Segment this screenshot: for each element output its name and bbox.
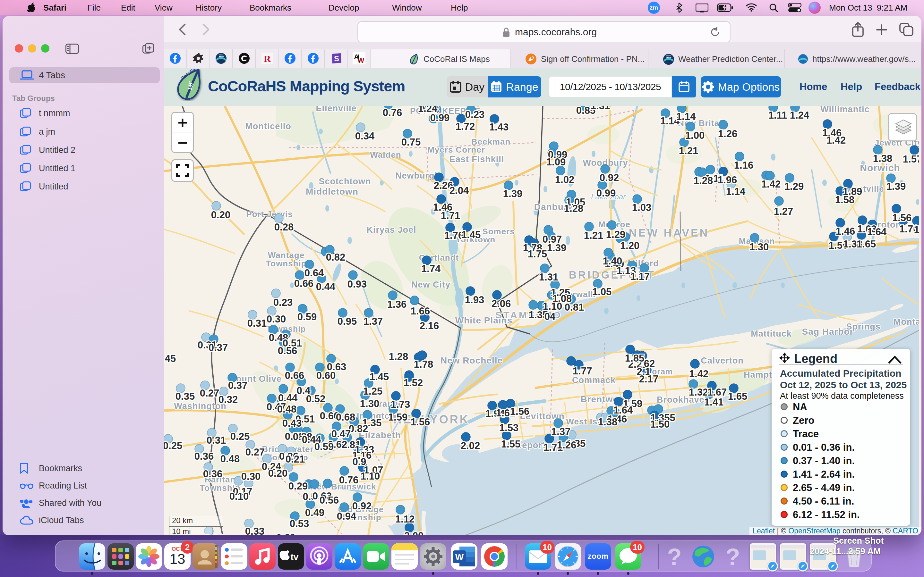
svg-text:1.46: 1.46 — [836, 226, 855, 237]
svg-text:1.93: 1.93 — [465, 294, 484, 306]
svg-text:1.85: 1.85 — [625, 353, 644, 364]
svg-text:1.43: 1.43 — [489, 121, 509, 133]
svg-text:1.11: 1.11 — [768, 110, 787, 121]
svg-text:1.59: 1.59 — [388, 412, 407, 423]
svg-text:1.64: 1.64 — [867, 226, 887, 237]
svg-text:1.56: 1.56 — [510, 406, 529, 417]
svg-text:1.26: 1.26 — [557, 440, 576, 451]
svg-text:1.21: 1.21 — [584, 230, 603, 241]
svg-text:0.92: 0.92 — [352, 500, 372, 512]
svg-text:0.27: 0.27 — [246, 446, 265, 458]
svg-text:1.67: 1.67 — [708, 387, 727, 398]
svg-text:Beekman: Beekman — [471, 137, 511, 147]
svg-text:1.53: 1.53 — [499, 422, 519, 434]
svg-text:0.47: 0.47 — [331, 428, 351, 440]
svg-text:Township: Township — [266, 259, 306, 268]
svg-text:0.66: 0.66 — [294, 278, 313, 289]
svg-text:0.23: 0.23 — [465, 109, 485, 120]
svg-text:1.52: 1.52 — [404, 377, 423, 388]
svg-text:1.30: 1.30 — [360, 398, 379, 409]
svg-text:0.10: 0.10 — [229, 491, 249, 502]
svg-text:1.37: 1.37 — [551, 426, 570, 437]
svg-text:0.59: 0.59 — [314, 441, 334, 452]
svg-text:0.64: 0.64 — [304, 268, 324, 279]
svg-text:Calverton: Calverton — [701, 356, 744, 366]
svg-text:1.50: 1.50 — [650, 419, 670, 430]
svg-text:1.66: 1.66 — [411, 306, 430, 317]
svg-text:0.76: 0.76 — [383, 107, 402, 118]
svg-text:Port Jervis: Port Jervis — [246, 210, 292, 219]
svg-text:2.06: 2.06 — [491, 298, 511, 309]
svg-text:1.73: 1.73 — [391, 399, 410, 410]
svg-text:1.14: 1.14 — [726, 186, 746, 197]
svg-text:1.57: 1.57 — [903, 153, 919, 165]
svg-text:1.40: 1.40 — [603, 255, 622, 267]
svg-text:0.49: 0.49 — [305, 507, 325, 518]
svg-text:0.32: 0.32 — [218, 394, 238, 405]
svg-text:New Rochelle: New Rochelle — [441, 356, 503, 366]
svg-text:New City: New City — [411, 280, 451, 290]
svg-text:S: S — [334, 54, 339, 63]
svg-text:2.16: 2.16 — [420, 320, 439, 332]
svg-text:0.36: 0.36 — [194, 451, 214, 462]
svg-text:1.28: 1.28 — [564, 203, 583, 214]
svg-text:1.39: 1.39 — [887, 181, 906, 192]
svg-text:1.05: 1.05 — [592, 286, 612, 298]
svg-text:Monticello: Monticello — [245, 121, 291, 131]
svg-text:0.21: 0.21 — [286, 454, 305, 465]
svg-text:Scotchtown: Scotchtown — [319, 177, 371, 186]
svg-text:1.45: 1.45 — [461, 229, 481, 240]
svg-text:NEW HAVEN: NEW HAVEN — [629, 227, 709, 239]
svg-text:0.82: 0.82 — [349, 423, 368, 434]
svg-text:Middletown: Middletown — [306, 187, 359, 197]
svg-text:1.14: 1.14 — [676, 111, 696, 122]
svg-text:tv: tv — [291, 552, 299, 562]
svg-text:0.63: 0.63 — [327, 361, 346, 372]
svg-text:0.94: 0.94 — [337, 511, 357, 522]
svg-text:0.27: 0.27 — [200, 388, 219, 399]
svg-text:W: W — [455, 552, 464, 562]
svg-text:0.56: 0.56 — [320, 495, 339, 506]
svg-text:1.42: 1.42 — [761, 179, 780, 190]
svg-text:1.71: 1.71 — [441, 210, 460, 221]
svg-text:0.45: 0.45 — [164, 353, 176, 364]
svg-text:1.31: 1.31 — [539, 271, 558, 283]
svg-text:1.29: 1.29 — [606, 229, 625, 240]
svg-text:04: 04 — [544, 311, 556, 322]
svg-text:1.24: 1.24 — [790, 110, 809, 121]
svg-text:1.16: 1.16 — [734, 160, 753, 171]
svg-text:1.77: 1.77 — [573, 366, 592, 377]
svg-text:Ellenville: Ellenville — [316, 106, 357, 113]
svg-text:0.43: 0.43 — [282, 418, 302, 429]
svg-text:0.20: 0.20 — [211, 210, 230, 221]
svg-text:0.92: 0.92 — [599, 172, 619, 183]
svg-text:0.82: 0.82 — [326, 251, 345, 263]
svg-text:1.32: 1.32 — [689, 387, 708, 398]
svg-text:0.20: 0.20 — [268, 468, 288, 479]
svg-text:Willimantic: Willimantic — [821, 106, 869, 114]
svg-text:1.20: 1.20 — [620, 240, 640, 251]
svg-text:0.25: 0.25 — [230, 431, 250, 442]
svg-text:1.25: 1.25 — [363, 386, 383, 397]
svg-text:0.93: 0.93 — [347, 279, 367, 290]
svg-text:NOAA: NOAA — [219, 53, 224, 55]
svg-text:1.29: 1.29 — [784, 181, 804, 192]
svg-text:1.28: 1.28 — [694, 175, 713, 186]
svg-text:1.24: 1.24 — [418, 106, 438, 114]
svg-text:1.76: 1.76 — [444, 230, 464, 241]
svg-text:0.95: 0.95 — [338, 316, 357, 327]
svg-text:0.9: 0.9 — [352, 456, 366, 467]
svg-text:0.35: 0.35 — [176, 391, 195, 402]
svg-text:1.65: 1.65 — [857, 239, 876, 250]
svg-text:Walden: Walden — [370, 150, 401, 160]
svg-text:0.48: 0.48 — [220, 453, 240, 464]
svg-text:R: R — [264, 53, 271, 64]
svg-text:1.7: 1.7 — [914, 224, 919, 235]
svg-text:1.12: 1.12 — [395, 514, 415, 525]
svg-text:1.56: 1.56 — [411, 416, 430, 428]
svg-text:1.21: 1.21 — [679, 145, 698, 156]
svg-text:0.37: 0.37 — [208, 342, 228, 353]
svg-text:NOAA: NOAA — [666, 55, 671, 57]
svg-text:Springs: Springs — [846, 322, 881, 332]
svg-text:0.66: 0.66 — [285, 370, 304, 381]
